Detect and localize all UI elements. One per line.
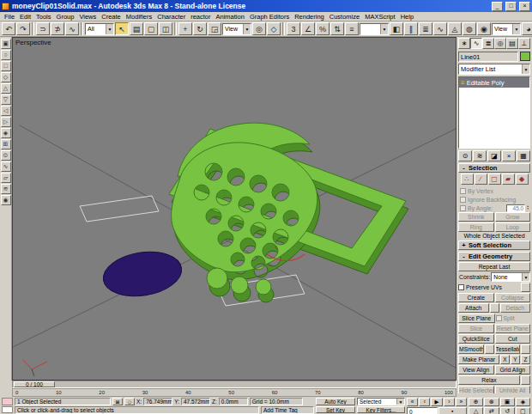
time-slider-handle[interactable]: 0 / 100 bbox=[14, 381, 55, 387]
repeat-last-button[interactable]: Repeat Last bbox=[458, 262, 530, 271]
loop-button[interactable]: Loop bbox=[495, 222, 531, 232]
viewport-label[interactable]: Perspective bbox=[15, 39, 51, 46]
settings-button[interactable] bbox=[521, 344, 530, 354]
vertex-subobject-button[interactable]: ∴ bbox=[461, 174, 474, 185]
menu-character[interactable]: Character bbox=[154, 13, 188, 21]
slice-button[interactable]: Slice bbox=[458, 324, 494, 333]
edit-named-selection-sets-icon[interactable]: ≡ bbox=[345, 22, 359, 35]
mirror-icon[interactable]: ◧ bbox=[390, 22, 403, 35]
track-bar[interactable]: 0102030405060708090100 bbox=[12, 388, 456, 397]
grow-button[interactable]: Grow bbox=[495, 212, 531, 222]
split-checkbox[interactable] bbox=[496, 315, 502, 321]
align-flyout-icon[interactable]: ∥ bbox=[404, 22, 418, 35]
by-angle-field[interactable]: 45.0 bbox=[506, 204, 525, 212]
by-vertex-checkbox[interactable] bbox=[460, 188, 466, 194]
bind-to-space-warp-icon[interactable]: ∿ bbox=[65, 22, 79, 35]
settings-button[interactable] bbox=[490, 303, 499, 313]
msmooth-button[interactable]: MSmooth bbox=[458, 344, 484, 354]
element-subobject-button[interactable]: ◆ bbox=[516, 174, 529, 185]
time-slider[interactable]: 0 / 100 bbox=[12, 381, 456, 388]
layer-manager-icon[interactable]: ≣ bbox=[419, 22, 432, 35]
select-and-scale-icon[interactable]: ◲ bbox=[208, 22, 221, 35]
menu-group[interactable]: Group bbox=[54, 13, 77, 21]
play-animation-button[interactable]: ▶ bbox=[431, 398, 442, 406]
edit-geometry-rollout-header[interactable]: - Edit Geometry bbox=[458, 252, 530, 261]
left-dock-icon-3[interactable]: □ bbox=[1, 61, 11, 71]
select-by-name-icon[interactable]: ▤ bbox=[130, 22, 143, 35]
left-dock-icon-13[interactable]: ▱ bbox=[1, 173, 11, 183]
reset-plane-button[interactable]: Reset Plane bbox=[495, 324, 531, 333]
slice-plane-button[interactable]: Slice Plane bbox=[458, 314, 495, 323]
select-object-icon[interactable]: ↖ bbox=[115, 22, 129, 35]
quickslice-button[interactable]: QuickSlice bbox=[458, 334, 494, 344]
unhide-all-button[interactable]: Unhide All bbox=[495, 386, 531, 393]
left-dock-icon-9[interactable]: ◈ bbox=[1, 128, 11, 138]
minimize-button[interactable]: _ bbox=[492, 2, 503, 11]
detach-button[interactable]: Detach bbox=[500, 303, 531, 313]
settings-button[interactable] bbox=[485, 344, 494, 354]
quick-render-icon[interactable]: ◕ bbox=[522, 22, 532, 35]
pan-view-icon[interactable]: ⇄ bbox=[484, 407, 499, 414]
field-of-view-icon[interactable]: △ bbox=[469, 407, 483, 414]
constraints-dropdown[interactable]: None▼ bbox=[491, 272, 530, 282]
select-and-manipulate-icon[interactable]: ◇ bbox=[267, 22, 281, 35]
left-dock-icon-14[interactable]: ≋ bbox=[1, 184, 11, 194]
rectangular-selection-region-icon[interactable]: ▢ bbox=[144, 22, 158, 35]
viewport-canvas[interactable] bbox=[13, 38, 456, 380]
previous-frame-button[interactable]: ‹ bbox=[419, 398, 430, 406]
shrink-button[interactable]: Shrink bbox=[458, 212, 494, 222]
render-type-dropdown[interactable]: View▼ bbox=[492, 23, 521, 35]
close-button[interactable]: × bbox=[519, 2, 530, 11]
menu-file[interactable]: File bbox=[2, 13, 17, 21]
selection-lock-toggle-icon[interactable]: ⊠ bbox=[112, 398, 123, 405]
spinner-buttons[interactable]: ▴▾ bbox=[527, 205, 529, 211]
left-dock-icon-1[interactable]: ▣ bbox=[1, 39, 11, 49]
go-to-start-button[interactable]: « bbox=[407, 398, 418, 406]
z-coordinate-field[interactable]: 0.0mm bbox=[219, 398, 248, 405]
soft-selection-rollout-header[interactable]: + Soft Selection bbox=[458, 240, 530, 250]
create-tab-icon[interactable]: ∗ bbox=[458, 38, 470, 49]
left-dock-icon-6[interactable]: ▽ bbox=[1, 94, 11, 105]
absolute-offset-mode-icon[interactable]: ◇ bbox=[124, 398, 135, 405]
maximize-viewport-toggle-icon[interactable]: ▢ bbox=[516, 407, 530, 414]
left-dock-icon-4[interactable]: ◇ bbox=[1, 72, 11, 82]
modifier-stack-item[interactable]: ≡Editable Poly bbox=[459, 77, 529, 88]
menu-maxscript[interactable]: MAXScript bbox=[362, 13, 397, 21]
next-frame-button[interactable]: › bbox=[444, 398, 455, 406]
border-subobject-button[interactable]: ▢ bbox=[488, 174, 501, 185]
selection-filter-dropdown[interactable]: All▼ bbox=[85, 23, 114, 35]
polygon-subobject-button[interactable]: ▰ bbox=[502, 174, 515, 185]
menu-animation[interactable]: Animation bbox=[214, 13, 247, 21]
spinner-snap-toggle-icon[interactable]: ⇅ bbox=[330, 22, 344, 35]
left-dock-icon-11[interactable]: ⊙ bbox=[1, 150, 11, 161]
left-dock-icon-8[interactable]: ▷ bbox=[1, 117, 11, 127]
modify-tab-icon[interactable]: ∿ bbox=[470, 38, 482, 49]
object-color-swatch[interactable] bbox=[520, 52, 530, 61]
perspective-viewport[interactable]: Perspective bbox=[12, 37, 456, 381]
listener-result-pane[interactable] bbox=[2, 406, 13, 414]
edge-subobject-button[interactable]: ∕ bbox=[475, 174, 487, 185]
auto-key-button[interactable]: Auto Key bbox=[316, 398, 355, 405]
show-end-result-button[interactable]: ≋ bbox=[473, 150, 487, 161]
y-coordinate-field[interactable]: 47.572mm bbox=[181, 398, 210, 405]
key-filters-button[interactable]: Key Filters... bbox=[357, 406, 405, 413]
tessellate-button[interactable]: Tessellate bbox=[495, 344, 521, 354]
modifier-list-dropdown[interactable]: Modifier List ▼ bbox=[458, 64, 530, 75]
by-angle-checkbox[interactable] bbox=[460, 205, 466, 211]
menu-graph-editors[interactable]: Graph Editors bbox=[247, 13, 292, 21]
zoom-extents-all-icon[interactable]: ◈ bbox=[516, 398, 530, 406]
modifier-stack[interactable]: ≡Editable Poly bbox=[458, 76, 530, 149]
y-button[interactable]: Y bbox=[511, 355, 520, 364]
left-dock-icon-7[interactable]: ◁ bbox=[1, 106, 11, 116]
menu-reactor[interactable]: reactor bbox=[188, 13, 213, 21]
maximize-button[interactable]: □ bbox=[505, 2, 517, 11]
motion-tab-icon[interactable]: ◎ bbox=[494, 38, 506, 49]
menu-customize[interactable]: Customize bbox=[327, 13, 362, 21]
menu-tools[interactable]: Tools bbox=[33, 13, 54, 21]
relax-button[interactable]: Relax bbox=[458, 375, 520, 385]
pin-stack-button[interactable]: ⊙ bbox=[458, 150, 472, 161]
preserve-uvs-checkbox[interactable] bbox=[458, 284, 464, 290]
ignore-backfacing-checkbox[interactable] bbox=[460, 197, 466, 203]
left-dock-icon-15[interactable]: ◉ bbox=[1, 195, 11, 205]
menu-modifiers[interactable]: Modifiers bbox=[124, 13, 154, 21]
